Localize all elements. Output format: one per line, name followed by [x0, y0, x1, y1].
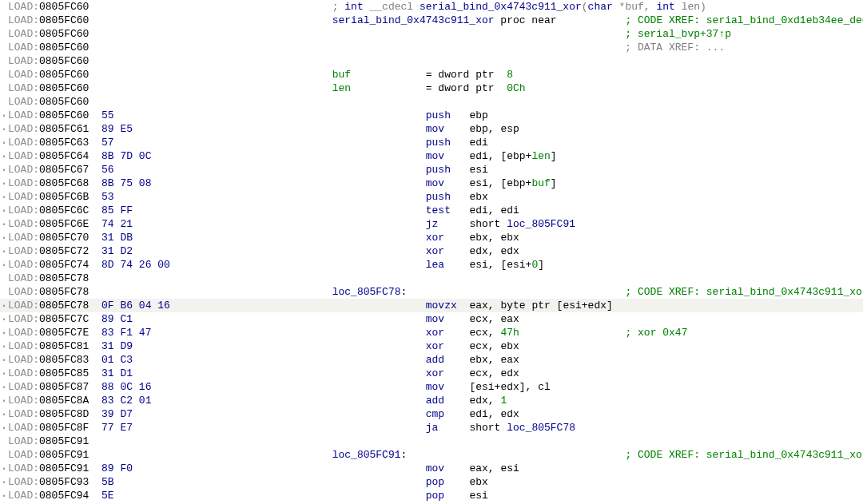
- text-fragment: buf: [332, 69, 351, 81]
- operand: ebx: [469, 476, 487, 488]
- segment-label: LOAD:: [8, 272, 39, 284]
- operand: edi, edx: [469, 408, 519, 420]
- disasm-line[interactable]: •LOAD:0805FC72 31 D2 xor edx, edx: [0, 244, 863, 258]
- operand: 47h: [500, 327, 519, 339]
- disasm-line[interactable]: •LOAD:0805FC85 31 D1 xor ecx, edx: [0, 367, 863, 380]
- mnemonic: push: [426, 109, 451, 121]
- disasm-line[interactable]: LOAD:0805FC91: [0, 435, 863, 448]
- disasm-line[interactable]: •LOAD:0805FC61 89 E5 mov ebp, esp: [0, 122, 863, 136]
- address: 0805FC78: [39, 272, 89, 284]
- operand: ]: [551, 177, 557, 189]
- text-fragment: int: [344, 1, 363, 13]
- disasm-line[interactable]: •LOAD:0805FC7E 83 F1 47 xor ecx, 47h ; x…: [0, 326, 863, 339]
- text-fragment: (: [582, 1, 588, 13]
- mnemonic: test: [426, 204, 451, 216]
- disasm-line[interactable]: LOAD:0805FC60 ; DATA XREF: ...: [0, 41, 863, 54]
- xref-marker: •: [0, 137, 8, 151]
- segment-label: LOAD:: [8, 96, 39, 108]
- disasm-line[interactable]: •LOAD:0805FC74 8D 74 26 00 lea esi, [esi…: [0, 258, 863, 272]
- mnemonic: jz: [426, 218, 439, 230]
- disasm-line[interactable]: LOAD:0805FC60 ; int __cdecl serial_bind_…: [0, 0, 863, 14]
- disasm-line[interactable]: •LOAD:0805FC7C 89 C1 mov ecx, eax: [0, 312, 863, 326]
- segment-label: LOAD:: [8, 300, 39, 312]
- xref-marker: •: [0, 490, 8, 504]
- text-fragment: ; DATA XREF: ...: [625, 42, 725, 54]
- line-body: LOAD:0805FC60 serial_bind_0x4743c911_xor…: [8, 14, 863, 27]
- address: 0805FC67: [39, 164, 89, 176]
- disasm-line[interactable]: •LOAD:0805FC8A 83 C2 01 add edx, 1: [0, 394, 863, 407]
- disasm-line[interactable]: LOAD:0805FC60 serial_bind_0x4743c911_xor…: [0, 14, 863, 27]
- disasm-line[interactable]: LOAD:0805FC60: [0, 54, 863, 68]
- operand: esi: [469, 164, 487, 176]
- address: 0805FC60: [39, 1, 89, 13]
- line-body: LOAD:0805FC78 loc_805FC78: ; CODE XREF: …: [8, 285, 863, 299]
- xref-marker: •: [0, 246, 8, 260]
- operand: short: [469, 422, 507, 434]
- line-body: LOAD:0805FC74 8D 74 26 00 lea esi, [esi+…: [8, 258, 544, 272]
- text-fragment: loc_805FC91: [332, 449, 401, 461]
- address: 0805FC8F: [39, 422, 89, 434]
- xref-marker: •: [0, 165, 8, 178]
- line-body: LOAD:0805FC91: [8, 435, 332, 448]
- disasm-line[interactable]: •LOAD:0805FC67 56 push esi: [0, 163, 863, 177]
- disasm-line[interactable]: •LOAD:0805FC81 31 D9 xor ecx, ebx: [0, 339, 863, 353]
- disasm-line[interactable]: •LOAD:0805FC63 57 push edi: [0, 136, 863, 149]
- disasm-line[interactable]: LOAD:0805FC60 buf = dword ptr 8: [0, 68, 863, 81]
- line-body: LOAD:0805FC68 8B 75 08 mov esi, [ebp+buf…: [8, 177, 557, 190]
- disasm-line[interactable]: •LOAD:0805FC93 5B pop ebx: [0, 475, 863, 489]
- xref-marker: •: [0, 409, 8, 423]
- mnemonic: xor: [426, 367, 444, 379]
- disasm-line[interactable]: •LOAD:0805FC87 88 0C 16 mov [esi+edx], c…: [0, 380, 863, 394]
- disasm-line[interactable]: •LOAD:0805FC6C 85 FF test edi, edi: [0, 204, 863, 217]
- comment: ; CODE XREF:: [625, 286, 706, 298]
- disasm-line[interactable]: •LOAD:0805FC78 0F B6 04 16 movzx eax, by…: [0, 299, 863, 312]
- segment-label: LOAD:: [8, 204, 39, 216]
- disasm-line[interactable]: LOAD:0805FC91 loc_805FC91: ; CODE XREF: …: [0, 448, 863, 462]
- segment-label: LOAD:: [8, 381, 39, 393]
- disasm-line[interactable]: LOAD:0805FC60 len = dword ptr 0Ch: [0, 81, 863, 95]
- disasm-line[interactable]: LOAD:0805FC78: [0, 272, 863, 285]
- disasm-line[interactable]: LOAD:0805FC60 ; serial_bvp+37↑p: [0, 27, 863, 41]
- xref-marker: •: [0, 463, 8, 477]
- xref-marker: •: [0, 192, 8, 205]
- line-body: LOAD:0805FC83 01 C3 add ebx, eax: [8, 353, 519, 367]
- line-body: LOAD:0805FC70 31 DB xor ebx, ebx: [8, 231, 519, 244]
- disasm-line[interactable]: •LOAD:0805FC8D 39 D7 cmp edi, edx: [0, 407, 863, 421]
- disasm-line[interactable]: LOAD:0805FC78 loc_805FC78: ; CODE XREF: …: [0, 285, 863, 299]
- disasm-line[interactable]: •LOAD:0805FC64 8B 7D 0C mov edi, [ebp+le…: [0, 149, 863, 163]
- address: 0805FC68: [39, 177, 89, 189]
- address: 0805FC60: [39, 96, 89, 108]
- operand: loc_805FC91: [507, 218, 575, 230]
- line-body: LOAD:0805FC61 89 E5 mov ebp, esp: [8, 122, 519, 136]
- address: 0805FC91: [39, 435, 89, 447]
- hex-bytes: 83 F1 47: [101, 327, 151, 339]
- xref-marker: •: [0, 477, 8, 490]
- xref-marker: •: [0, 124, 8, 137]
- address: 0805FC7E: [39, 327, 89, 339]
- operand: edx, edx: [469, 245, 519, 257]
- line-body: LOAD:0805FC7E 83 F1 47 xor ecx, 47h ; xo…: [8, 326, 687, 339]
- address: 0805FC64: [39, 150, 89, 162]
- xref-marker: •: [0, 423, 8, 436]
- disasm-line[interactable]: •LOAD:0805FC83 01 C3 add ebx, eax: [0, 353, 863, 367]
- disasm-line[interactable]: •LOAD:0805FC94 5E pop esi: [0, 489, 863, 502]
- line-body: LOAD:0805FC6E 74 21 jz short loc_805FC91: [8, 217, 575, 231]
- disassembly-view[interactable]: LOAD:0805FC60 ; int __cdecl serial_bind_…: [0, 0, 863, 504]
- disasm-line[interactable]: •LOAD:0805FC91 89 F0 mov eax, esi: [0, 462, 863, 475]
- disasm-line[interactable]: LOAD:0805FC60: [0, 95, 863, 109]
- text-fragment: ;: [332, 1, 345, 13]
- operand: ebx, ebx: [469, 232, 519, 244]
- disasm-line[interactable]: •LOAD:0805FC8F 77 E7 ja short loc_805FC7…: [0, 421, 863, 435]
- mnemonic: add: [426, 354, 444, 366]
- operand: short: [469, 218, 507, 230]
- xref-marker: •: [0, 178, 8, 192]
- segment-label: LOAD:: [8, 327, 39, 339]
- disasm-line[interactable]: •LOAD:0805FC70 31 DB xor ebx, ebx: [0, 231, 863, 244]
- disasm-line[interactable]: •LOAD:0805FC60 55 push ebp: [0, 109, 863, 122]
- hex-bytes: 57: [101, 137, 114, 149]
- line-body: LOAD:0805FC60: [8, 54, 332, 68]
- disasm-line[interactable]: •LOAD:0805FC6E 74 21 jz short loc_805FC9…: [0, 217, 863, 231]
- disasm-line[interactable]: •LOAD:0805FC6B 53 push ebx: [0, 190, 863, 204]
- disasm-line[interactable]: •LOAD:0805FC68 8B 75 08 mov esi, [ebp+bu…: [0, 177, 863, 190]
- segment-label: LOAD:: [8, 340, 39, 352]
